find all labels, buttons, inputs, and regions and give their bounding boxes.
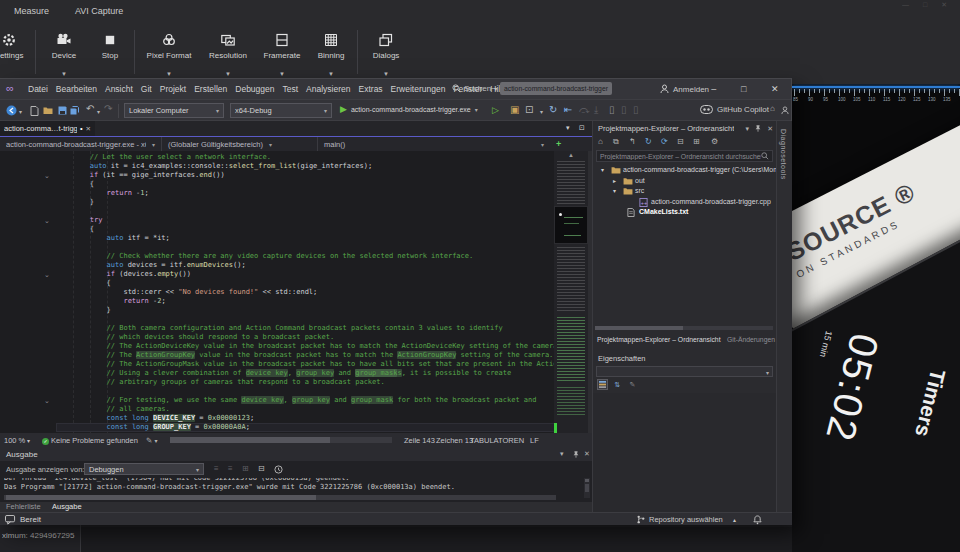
se-search-input[interactable]: Projektmappen-Explorer – Ordneransicht d… xyxy=(596,150,773,162)
close-button[interactable]: ✕ xyxy=(771,84,779,94)
menu-analysieren[interactable]: Analysieren xyxy=(302,84,354,94)
stop-button[interactable]: Stop xyxy=(89,27,131,77)
zoom-level[interactable]: 100 % xyxy=(4,436,25,445)
tree-item[interactable]: CMakeLists.txt xyxy=(593,207,776,218)
resolution-button[interactable]: Resolution▼ xyxy=(200,27,256,77)
output-close-icon[interactable]: ✕ xyxy=(584,450,590,458)
configuration-dropdown[interactable]: x64-Debug▾ xyxy=(230,103,332,118)
menu-git[interactable]: Git xyxy=(137,84,156,94)
switch-views-icon[interactable]: ⧉ xyxy=(613,137,619,147)
new-file-icon[interactable] xyxy=(30,106,39,116)
dock-tab-git-changes[interactable]: Git-Änderungen xyxy=(727,336,775,343)
tab-list-dropdown-icon[interactable]: ▾ xyxy=(566,124,570,132)
search-button[interactable]: Suchen▾ xyxy=(452,84,497,93)
code-editor[interactable]: ⌄⌄⌄⌄ // Let the user select a network in… xyxy=(0,151,554,433)
target-machine-dropdown[interactable]: Lokaler Computer▾ xyxy=(124,103,224,118)
binning-button[interactable]: Binning▼ xyxy=(308,27,354,77)
member-dropdown[interactable]: main()▾ xyxy=(318,137,550,151)
account-icon[interactable] xyxy=(781,106,789,115)
hot-reload-icon[interactable]: ↻ xyxy=(549,104,557,115)
se-pin-icon[interactable] xyxy=(754,124,762,133)
window-title-pill[interactable]: action-command-broadcast-trigger xyxy=(500,82,612,95)
back-dropdown-icon[interactable]: ▾ xyxy=(19,108,22,115)
float-window-icon[interactable]: ⊡ xyxy=(579,124,585,132)
scroll-up-icon[interactable]: ▲ xyxy=(568,152,574,158)
property-pages-icon[interactable]: ✎ xyxy=(627,379,638,390)
tab-measure[interactable]: Measure xyxy=(14,6,49,16)
output-vscrollbar[interactable] xyxy=(584,478,590,498)
add-split-icon[interactable]: + xyxy=(556,139,561,149)
menu-bearbeiten[interactable]: Bearbeiten xyxy=(52,84,101,94)
categorized-icon[interactable] xyxy=(597,379,608,390)
menu-debuggen[interactable]: Debuggen xyxy=(231,84,278,94)
tab-close-icon[interactable]: ✕ xyxy=(86,125,91,133)
project-dropdown[interactable]: action-command-broadcast-trigger.exe - x… xyxy=(0,137,162,151)
tree-item[interactable]: ++action-command-broadcast-trigger.cpp xyxy=(593,197,776,208)
feedback-bubble-icon[interactable] xyxy=(5,515,16,525)
edit-mode-icon[interactable]: ✎ ▾ xyxy=(146,436,157,445)
pixel-format-button[interactable]: Pixel Format▼ xyxy=(138,27,200,77)
more-tools-icon[interactable]: ⚙ xyxy=(711,137,718,146)
fold-arrow-icon[interactable]: ⌄ xyxy=(44,171,50,180)
github-copilot-button[interactable]: GitHub Copilot xyxy=(700,105,769,114)
expander-icon[interactable]: ▾ xyxy=(613,187,616,194)
attach-dropdown-icon[interactable]: ▾ xyxy=(540,108,543,115)
fold-arrow-icon[interactable]: ⌄ xyxy=(44,396,50,405)
device-button[interactable]: Device▼ xyxy=(39,27,89,77)
editor-tab[interactable]: action-comma…t-trigger.cpp • ✕ xyxy=(0,121,95,136)
fold-arrow-icon[interactable]: ⌄ xyxy=(44,216,50,225)
maximize-button[interactable]: □ xyxy=(741,84,746,94)
refresh-icon[interactable]: ↻ xyxy=(645,137,652,146)
dropdown-caret-icon[interactable]: ▼ xyxy=(61,71,67,77)
menu-erweiterungen[interactable]: Erweiterungen xyxy=(387,84,450,94)
dock-tab-solution-explorer[interactable]: Projektmappen-Explorer – Ordneransicht xyxy=(597,336,721,343)
dropdown-caret-icon[interactable]: ▼ xyxy=(279,71,285,77)
output-source-dropdown[interactable]: Debuggen▾ xyxy=(84,463,204,475)
tree-item[interactable]: ▾src xyxy=(593,186,776,197)
output-dropdown-icon[interactable]: ▾ xyxy=(560,450,564,458)
column-indicator[interactable]: Zeichen 13 xyxy=(436,436,473,445)
expander-icon[interactable]: ▸ xyxy=(613,177,616,184)
pending-changes-icon[interactable]: ↰ xyxy=(629,137,636,146)
attach-process-icon[interactable]: ⊡ xyxy=(525,104,533,115)
feedback-icon[interactable]: ⌂ xyxy=(770,104,775,113)
tab-avi-capture[interactable]: AVI Capture xyxy=(75,6,123,16)
open-folder-icon[interactable] xyxy=(43,106,54,115)
minimap[interactable]: ▲ xyxy=(554,151,588,433)
repo-caret-icon[interactable]: ▴ xyxy=(733,516,736,523)
minimize-button[interactable]: – xyxy=(711,84,716,94)
debug-pointer-icon[interactable]: ⇤ xyxy=(564,104,572,115)
menu-ansicht[interactable]: Ansicht xyxy=(101,84,137,94)
run-button[interactable]: ▶ action-command-broadcast-trigger.exe ▾ xyxy=(340,104,478,114)
dialogs-button[interactable]: Dialogs▼ xyxy=(361,27,411,77)
dropdown-caret-icon[interactable]: ▼ xyxy=(166,71,172,77)
dropdown-caret-icon[interactable]: ▼ xyxy=(383,71,389,77)
tree-item[interactable]: ▸out xyxy=(593,176,776,187)
eol-indicator[interactable]: LF xyxy=(530,436,539,445)
se-close-icon[interactable]: ✕ xyxy=(767,125,773,133)
properties-header[interactable]: Eigenschaften ▾ ✕ xyxy=(593,351,776,365)
properties-object-dropdown[interactable]: ▾ xyxy=(596,366,773,377)
fold-arrow-icon[interactable]: ⌄ xyxy=(44,270,50,279)
tree-item[interactable]: ▾action-command-broadcast-trigger (C:\Us… xyxy=(593,165,776,176)
se-hscrollbar[interactable] xyxy=(595,326,773,330)
tab-output[interactable]: Ausgabe xyxy=(52,502,82,511)
undo-icon[interactable]: ↶ xyxy=(86,103,94,114)
problems-indicator[interactable]: ✓ Keine Probleme gefunden xyxy=(42,436,138,445)
menu-erstellen[interactable]: Erstellen xyxy=(190,84,231,94)
minimap-viewport[interactable] xyxy=(554,206,588,244)
alphabetical-icon[interactable]: ⇅ xyxy=(612,379,623,390)
save-all-icon[interactable] xyxy=(70,106,79,115)
tabs-indicator[interactable]: TABULATOREN xyxy=(470,436,524,445)
scope-dropdown[interactable]: (Globaler Gültigkeitsbereich)▾ xyxy=(162,137,318,151)
navigate-back-icon[interactable] xyxy=(6,105,17,116)
select-repository-button[interactable]: Repository auswählen xyxy=(649,515,723,524)
notifications-bell-icon[interactable] xyxy=(753,515,762,525)
menu-projekt[interactable]: Projekt xyxy=(156,84,190,94)
clear-output-icon[interactable]: ⊟ xyxy=(258,464,265,473)
pin-icon[interactable] xyxy=(572,450,580,459)
solution-explorer-header[interactable]: Projektmappen-Explorer – Ordneransicht ▾… xyxy=(593,121,776,135)
bookmark-icon[interactable]: ▯ xyxy=(609,104,615,115)
output-hscrollbar[interactable] xyxy=(4,495,556,500)
folder-tool-icon[interactable]: ▣ xyxy=(510,104,519,115)
